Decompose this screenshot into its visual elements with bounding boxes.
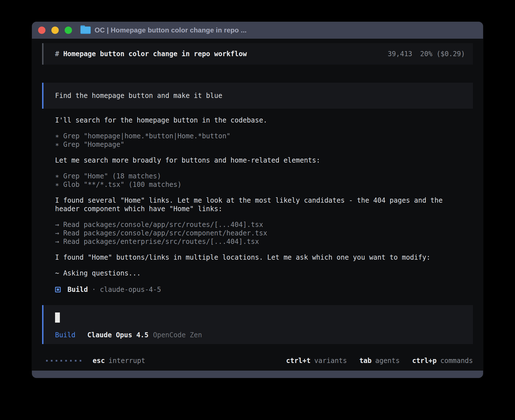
tool-call-read: → Read packages/enterprise/src/routes/[.… [55,237,473,246]
context-usage: 20% ($0.29) [420,50,465,58]
esc-key: esc [93,356,105,365]
variants-label: variants [314,356,347,365]
status-bar: esc interrupt ctrl+t variants tab agents… [42,356,473,367]
prompt-input[interactable]: Build Claude Opus 4.5 OpenCode Zen [42,305,473,344]
assistant-text: I found several "Home" links. Let me loo… [55,196,464,213]
input-model-name[interactable]: Claude Opus 4.5 [87,331,149,339]
working-status: ~ Asking questions... [55,269,473,277]
progress-dot [51,360,53,362]
tool-call-read: → Read packages/console/app/src/componen… [55,229,473,237]
text-cursor [55,312,60,323]
shortcut-interrupt[interactable]: esc interrupt [93,356,145,365]
session-header: # Homepage button color change in repo w… [42,43,473,65]
commands-label: commands [440,356,473,365]
assistant-text: Let me search more broadly for buttons a… [55,156,464,165]
ctrl-p-key: ctrl+p [412,356,437,365]
minimize-button[interactable] [51,27,59,34]
esc-label: interrupt [108,356,145,365]
session-title-text: Homepage button color change in repo wor… [63,50,247,58]
assistant-text: I'll search for the homepage button in t… [55,116,464,124]
tool-call-read: → Read packages/console/app/src/routes/[… [55,220,473,229]
progress-dot [56,360,57,362]
shortcut-commands[interactable]: ctrl+p commands [412,356,473,365]
assistant-text: I found "Home" buttons/links in multiple… [55,253,464,262]
folder-icon [80,27,91,34]
activity-dots [46,360,81,362]
session-title: # Homepage button color change in repo w… [55,50,247,58]
agents-label: agents [375,356,400,365]
progress-dot [75,360,77,362]
tool-call-group: ∗ Grep "homepage|home.*button|Home.*butt… [55,132,473,149]
conversation: I'll search for the homepage button in t… [55,109,473,294]
input-agent-mode[interactable]: Build [55,331,75,339]
close-button[interactable] [38,27,45,34]
shortcut-agents[interactable]: tab agents [359,356,400,365]
token-count: 39,413 [388,50,412,58]
agent-row: Build · claude-opus-4-5 [55,285,473,294]
progress-dot [46,360,48,362]
input-meta: Build Claude Opus 4.5 OpenCode Zen [55,331,465,339]
tool-call-grep: ∗ Grep "Homepage" [55,140,473,149]
input-provider-name: OpenCode Zen [153,331,202,339]
tab-key: tab [359,356,372,365]
user-message-text: Find the homepage button and make it blu… [55,91,222,100]
ctrl-t-key: ctrl+t [286,356,311,365]
terminal-content: # Homepage button color change in repo w… [32,39,483,371]
agent-separator: · [92,285,96,294]
zoom-button[interactable] [65,27,72,34]
progress-dot [70,360,72,362]
traffic-lights [38,27,72,34]
titlebar[interactable]: OC | Homepage button color change in rep… [32,22,483,39]
window-title: OC | Homepage button color change in rep… [95,26,246,34]
tool-call-grep: ∗ Grep "Home" (18 matches) [55,172,473,180]
progress-dot [65,360,67,362]
shortcut-variants[interactable]: ctrl+t variants [286,356,347,365]
session-stats: 39,413 20% ($0.29) [388,50,465,58]
tool-call-glob: ∗ Glob "**/*.tsx" (100 matches) [55,180,473,189]
progress-dot [80,360,81,362]
terminal-window: OC | Homepage button color change in rep… [32,22,483,378]
user-message: Find the homepage button and make it blu… [42,83,473,109]
shortcut-hints: ctrl+t variants tab agents ctrl+p comman… [286,356,473,365]
agent-build-icon [55,287,61,292]
session-title-hash: # [55,50,63,58]
agent-model: claude-opus-4-5 [100,285,161,294]
progress-dot [60,360,62,362]
tool-call-group: ∗ Grep "Home" (18 matches) ∗ Glob "**/*.… [55,172,473,189]
tool-call-grep: ∗ Grep "homepage|home.*button|Home.*butt… [55,132,473,140]
agent-name: Build [67,285,88,294]
tool-call-group: → Read packages/console/app/src/routes/[… [55,220,473,246]
